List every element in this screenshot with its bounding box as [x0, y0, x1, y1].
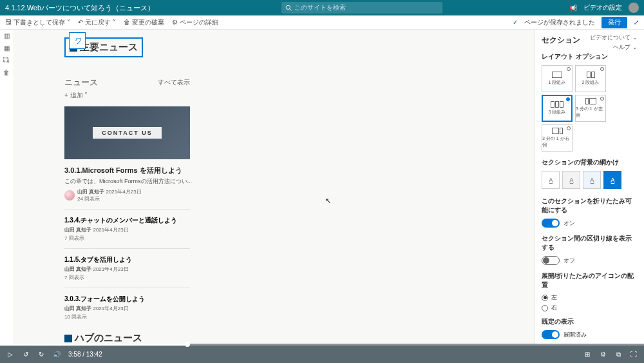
- news-views: 24 回表示: [77, 195, 142, 202]
- page-details-button[interactable]: ⚙ ページの詳細: [172, 18, 218, 27]
- search-box[interactable]: このサイトを検索: [281, 2, 442, 14]
- webpart-badge[interactable]: ワ: [69, 32, 86, 49]
- settings-icon[interactable]: ⚙: [599, 351, 607, 358]
- divider-toggle[interactable]: [542, 256, 560, 265]
- publish-button[interactable]: 発行: [601, 17, 627, 28]
- news-author: 山田 真知子: [77, 189, 104, 195]
- icon-position-label: 展開/折りたたみのアイコンの配置: [542, 271, 638, 289]
- shading-label: セクションの背景の網かけ: [542, 158, 638, 167]
- divider: [64, 209, 190, 210]
- news-date: 2021年4月23日: [106, 189, 141, 195]
- page-canvas: 主要ニュース ニュース すべて表示 + 追加 ˅ CONTACT US 3.0.…: [13, 30, 535, 344]
- saved-status: ページが保存されました: [524, 18, 595, 27]
- grid-icon[interactable]: ▦: [4, 44, 10, 52]
- svg-point-0: [286, 5, 290, 9]
- page-title: 4.1.12.Webパーツについて知ろう（ニュース）: [5, 3, 155, 13]
- pip-icon[interactable]: ⧉: [614, 351, 622, 358]
- shade-soft[interactable]: A̲: [583, 171, 601, 189]
- collapse-toggle[interactable]: [542, 219, 560, 228]
- image-overlay-text: CONTACT US: [93, 127, 161, 139]
- fullscreen-icon[interactable]: ⛶: [630, 351, 638, 358]
- author-avatar: [64, 190, 75, 201]
- layout-3col[interactable]: 3 段組み: [542, 95, 573, 122]
- show-all-link[interactable]: すべて表示: [158, 78, 190, 87]
- discard-button[interactable]: 🗑 変更の破棄: [124, 18, 164, 27]
- news-heading: ニュース: [64, 77, 98, 88]
- divider-label: セクション間の区切り線を表示する: [542, 234, 638, 252]
- progress-bar[interactable]: [0, 344, 644, 346]
- layout-2col[interactable]: 2 段組み: [575, 65, 606, 92]
- shade-neutral[interactable]: A̲: [562, 171, 580, 189]
- radio-right[interactable]: [542, 305, 548, 311]
- undo-button[interactable]: ↶ 元に戻す ˅: [78, 18, 116, 27]
- default-display-label: 既定の表示: [542, 317, 638, 326]
- news-title[interactable]: 3.0.1.Microsoft Forms を活用しよう: [64, 166, 535, 175]
- app-header: 4.1.12.Webパーツについて知ろう（ニュース） このサイトを検索 📢 ビデ…: [0, 0, 644, 15]
- volume-icon[interactable]: 🔊: [53, 351, 61, 358]
- copy-icon[interactable]: ⿻: [3, 57, 10, 64]
- divider: [64, 248, 190, 249]
- layout-icon[interactable]: ▥: [4, 32, 10, 39]
- forward-icon[interactable]: ↻: [37, 351, 45, 358]
- layout-third-left[interactable]: 3 分の 1 が左側: [575, 95, 606, 122]
- play-icon[interactable]: ▷: [6, 351, 14, 358]
- check-icon: ✓: [513, 19, 518, 26]
- video-controls: ▷ ↺ ↻ 🔊 3:58 / 13:42 ⊞ ⚙ ⧉ ⛶: [0, 344, 644, 363]
- svg-line-1: [290, 9, 292, 11]
- radio-left[interactable]: [542, 295, 548, 301]
- default-toggle[interactable]: [542, 330, 560, 339]
- save-draft-button[interactable]: 🖫 下書きとして保存 ˅: [5, 18, 70, 27]
- video-settings-link[interactable]: ビデオの設定: [583, 3, 622, 12]
- left-rail: ▥ ▦ ⿻ 🗑: [0, 30, 13, 344]
- video-about-link[interactable]: ビデオについて ⌄: [590, 34, 638, 42]
- hub-news-title: ハブのニュース: [64, 332, 142, 344]
- news-title: 1.3.4.チャットのメンバーと通話しよう: [64, 216, 535, 225]
- property-pane: ビデオについて ⌄ ヘルプ ⌄ セクション レイアウト オプション 1 段組み …: [535, 30, 644, 344]
- delete-icon[interactable]: 🗑: [3, 69, 10, 76]
- news-desc: この章では、Microsoft Formsの活用方法につい...: [64, 177, 535, 186]
- add-news-link[interactable]: + 追加 ˅: [64, 91, 535, 100]
- list-item[interactable]: 1.1.5.タブを活用しよう 山田 真知子 2021年4月23日 7 回表示: [64, 255, 535, 281]
- news-hero-image[interactable]: CONTACT US: [64, 106, 190, 159]
- command-bar: 🖫 下書きとして保存 ˅ ↶ 元に戻す ˅ 🗑 変更の破棄 ⚙ ページの詳細 ✓…: [0, 15, 644, 30]
- layout-options-label: レイアウト オプション: [542, 52, 638, 61]
- list-item[interactable]: 3.0.3.フォームを公開しよう 山田 真知子 2021年4月23日 10 回表…: [64, 295, 535, 320]
- divider: [64, 288, 190, 288]
- news-title: 3.0.3.フォームを公開しよう: [64, 295, 535, 304]
- layout-1col[interactable]: 1 段組み: [542, 65, 573, 92]
- avatar[interactable]: [629, 3, 639, 13]
- shade-none[interactable]: A̲: [542, 171, 560, 189]
- search-placeholder: このサイトを検索: [294, 3, 346, 12]
- collapse-label: このセクションを折りたたみ可能にする: [542, 197, 638, 215]
- list-item[interactable]: 1.3.4.チャットのメンバーと通話しよう 山田 真知子 2021年4月23日 …: [64, 216, 535, 242]
- layout-third-right[interactable]: 3 分の 1 が右側: [542, 124, 573, 152]
- news-title: 1.1.5.タブを活用しよう: [64, 255, 535, 264]
- quality-icon[interactable]: ⊞: [583, 351, 591, 358]
- expand-icon[interactable]: ⤢: [634, 19, 639, 26]
- shade-strong[interactable]: A̲: [603, 171, 621, 189]
- megaphone-icon[interactable]: 📢: [569, 5, 577, 12]
- search-icon: [285, 5, 292, 11]
- rewind-icon[interactable]: ↺: [22, 351, 30, 358]
- video-time: 3:58 / 13:42: [68, 351, 102, 358]
- help-link[interactable]: ヘルプ ⌄: [590, 43, 638, 52]
